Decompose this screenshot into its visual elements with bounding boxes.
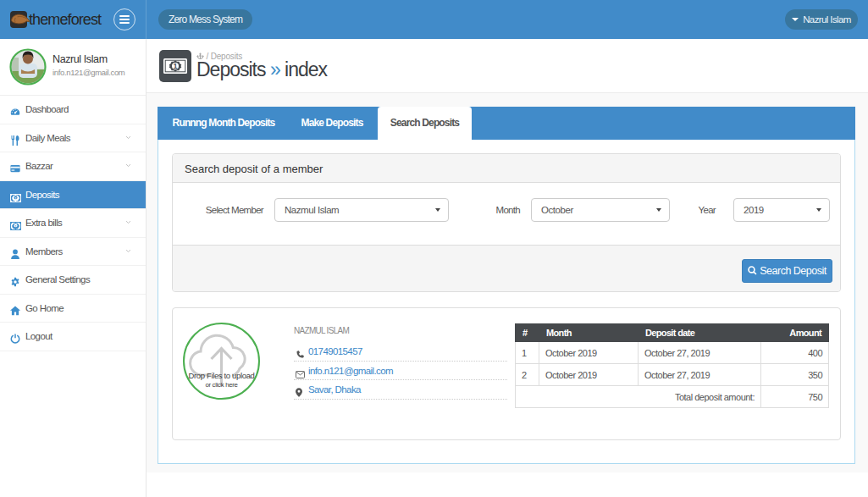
svg-text:or click here: or click here xyxy=(205,381,237,389)
svg-text:1: 1 xyxy=(173,62,177,70)
svg-text:Drop Files to upload: Drop Files to upload xyxy=(188,371,254,380)
